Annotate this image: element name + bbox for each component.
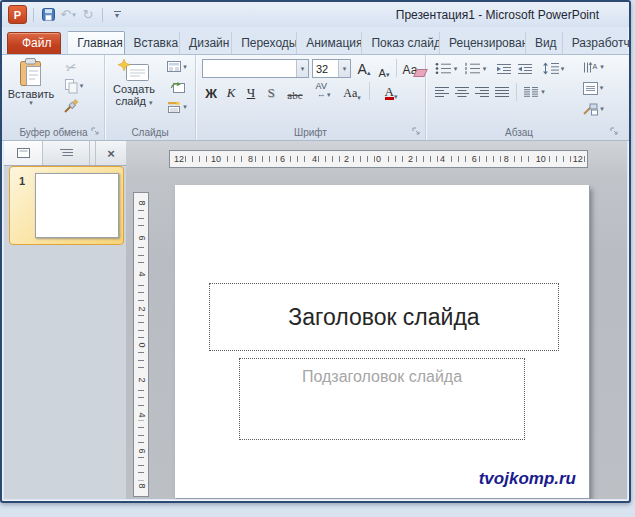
powerpoint-logo-icon[interactable]: P xyxy=(8,5,27,24)
align-right-button[interactable] xyxy=(473,84,491,99)
slide-thumbnail-selected[interactable]: 1 xyxy=(9,166,124,245)
slide-canvas: Заголовок слайда Подзаголовок слайда tvo… xyxy=(175,185,589,498)
text-direction-icon: A xyxy=(582,61,598,74)
convert-to-smartart-button[interactable]: ▾ xyxy=(578,101,608,117)
subtitle-placeholder[interactable]: Подзаголовок слайда xyxy=(239,358,525,440)
strikethrough-button[interactable]: abc xyxy=(282,83,308,101)
clear-formatting-button[interactable]: Аа xyxy=(401,59,419,77)
columns-button[interactable]: ▾ xyxy=(521,84,547,99)
text-direction-button[interactable]: A ▾ xyxy=(578,59,608,75)
chevron-down-icon[interactable]: ▾ xyxy=(338,60,350,77)
group-label-clipboard: Буфер обмена xyxy=(3,127,104,138)
format-painter-button[interactable] xyxy=(59,97,83,114)
chevron-down-icon: ▾ xyxy=(483,66,487,72)
outline-tab-icon xyxy=(59,148,74,158)
bullets-button[interactable]: ▾ xyxy=(433,61,459,76)
vertical-ruler-numbers: 864202468 xyxy=(134,193,148,496)
section-button[interactable]: ▾ xyxy=(163,99,191,114)
cut-button[interactable]: ✂ xyxy=(57,57,84,78)
tab-animations[interactable]: Анимация xyxy=(296,32,361,54)
tab-home[interactable]: Главная xyxy=(67,31,124,54)
customize-qat-button[interactable]: ▾ xyxy=(109,6,125,24)
copy-icon xyxy=(65,79,78,94)
vertical-ruler[interactable]: 864202468 xyxy=(133,192,149,497)
chevron-down-icon: ▾ xyxy=(600,85,604,91)
title-placeholder[interactable]: Заголовок слайда xyxy=(209,283,559,351)
smartart-icon xyxy=(582,103,598,116)
shrink-font-button[interactable]: А▾ xyxy=(375,61,393,79)
bold-icon: Ж xyxy=(205,86,217,101)
increase-indent-button[interactable] xyxy=(515,61,535,76)
bold-button[interactable]: Ж xyxy=(202,83,220,101)
chevron-down-icon[interactable]: ▾ xyxy=(296,60,308,77)
line-spacing-button[interactable]: ▾ xyxy=(539,61,567,76)
clipboard-dialog-launcher[interactable] xyxy=(91,127,101,137)
underline-button[interactable]: Ч xyxy=(242,83,260,101)
italic-icon: К xyxy=(227,85,236,101)
chevron-down-icon: ▾ xyxy=(541,89,545,95)
reset-slide-icon xyxy=(170,80,185,93)
undo-dropdown-icon[interactable]: ▾ xyxy=(72,11,76,19)
font-size-value: 32 xyxy=(313,63,338,75)
font-name-combobox[interactable]: ▾ xyxy=(202,59,309,78)
justify-button[interactable] xyxy=(493,84,511,99)
tab-review[interactable]: Рецензирование xyxy=(439,32,525,54)
change-case-button[interactable]: Aa ▾ xyxy=(339,83,365,101)
tab-insert[interactable]: Вставка xyxy=(125,32,180,54)
chevron-down-icon: ▾ xyxy=(29,100,33,106)
slide-number: 1 xyxy=(19,175,25,187)
save-button[interactable] xyxy=(40,6,56,24)
tab-file[interactable]: Файл xyxy=(7,32,61,54)
italic-button[interactable]: К xyxy=(222,83,240,101)
divider xyxy=(102,8,103,22)
font-color-button[interactable]: А ▾ xyxy=(376,82,406,100)
character-spacing-button[interactable]: AV ↔ ▾ xyxy=(310,80,336,98)
redo-icon: ↻ xyxy=(83,7,94,22)
format-painter-icon xyxy=(63,98,79,114)
tab-design[interactable]: Дизайн xyxy=(179,32,231,54)
tab-outline[interactable] xyxy=(43,141,90,165)
scissors-icon: ✂ xyxy=(64,59,78,76)
align-center-icon xyxy=(454,86,470,98)
chevron-down-icon: ▾ xyxy=(80,83,84,89)
line-spacing-icon xyxy=(542,62,559,75)
align-center-button[interactable] xyxy=(453,84,471,99)
group-slides: Создать слайд ▾ ▾ xyxy=(105,55,196,140)
text-shadow-button[interactable]: S xyxy=(262,83,280,101)
grow-font-icon: А xyxy=(358,61,367,77)
new-slide-icon xyxy=(118,59,150,83)
tab-transitions[interactable]: Переходы xyxy=(231,32,296,54)
tab-developer[interactable]: Разработчик xyxy=(562,32,629,54)
horizontal-ruler[interactable]: 12108642024681012 xyxy=(169,150,588,168)
chevron-down-icon: ▾ xyxy=(600,106,604,112)
copy-button[interactable]: ▾ xyxy=(59,78,89,94)
reset-slide-button[interactable] xyxy=(163,79,191,94)
justify-icon xyxy=(494,86,510,98)
chevron-down-icon: ▾ xyxy=(327,92,331,98)
character-spacing-icon: AV ↔ xyxy=(316,82,327,98)
chevron-down-icon: ▾ xyxy=(115,14,119,18)
undo-button[interactable]: ↶ ▾ xyxy=(60,6,76,24)
grow-font-button[interactable]: А▴ xyxy=(354,59,374,77)
font-size-combobox[interactable]: 32 ▾ xyxy=(312,59,351,78)
redo-button[interactable]: ↻ xyxy=(80,6,96,24)
ribbon: Вставить ▾ ✂ ▾ Буфер обмена xyxy=(2,54,629,141)
paragraph-dialog-launcher[interactable] xyxy=(610,127,620,137)
close-panel-button[interactable]: × xyxy=(95,141,126,165)
layout-button[interactable]: ▾ xyxy=(163,59,191,74)
decrease-indent-button[interactable] xyxy=(494,61,514,76)
tab-slideshow[interactable]: Показ слайдов xyxy=(361,32,439,54)
slides-panel: × 1 xyxy=(4,141,126,499)
undo-icon: ↶ xyxy=(60,7,71,22)
tab-slides-thumbnails[interactable] xyxy=(4,141,43,165)
paste-button[interactable]: Вставить ▾ xyxy=(7,58,55,106)
align-left-button[interactable] xyxy=(433,84,451,99)
numbering-button[interactable]: ▾ xyxy=(462,61,488,76)
new-slide-label-line1: Создать xyxy=(113,83,155,95)
align-text-button[interactable]: ▾ xyxy=(578,80,608,96)
clipboard-icon xyxy=(18,58,44,88)
tab-view[interactable]: Вид xyxy=(525,32,562,54)
watermark-text: tvojkomp.ru xyxy=(479,469,576,489)
new-slide-button[interactable]: Создать слайд ▾ xyxy=(108,59,160,107)
font-dialog-launcher[interactable] xyxy=(412,127,422,137)
